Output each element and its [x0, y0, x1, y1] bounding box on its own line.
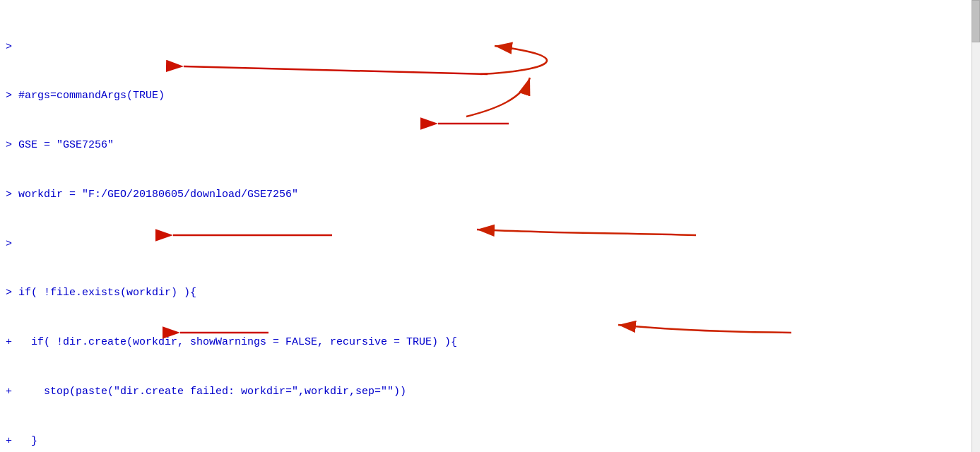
line-9: + }	[6, 433, 980, 449]
line-8: + stop(paste("dir.create failed: workdir…	[6, 383, 980, 400]
line-4: > workdir = "F:/GEO/20180605/download/GS…	[6, 186, 980, 203]
line-3: > GSE = "GSE7256"	[6, 137, 980, 153]
scrollbar[interactable]	[972, 0, 980, 452]
line-7: + if( !dir.create(workdir, showWarnings …	[6, 334, 980, 350]
code-block: > > #args=commandArgs(TRUE) > GSE = "GSE…	[6, 6, 980, 452]
scrollbar-thumb[interactable]	[972, 0, 980, 42]
line-5: >	[6, 236, 980, 252]
line-1: >	[6, 39, 980, 55]
console-wrapper: > > #args=commandArgs(TRUE) > GSE = "GSE…	[0, 0, 980, 452]
line-2: > #args=commandArgs(TRUE)	[6, 88, 980, 104]
line-6: > if( !file.exists(workdir) ){	[6, 285, 980, 301]
